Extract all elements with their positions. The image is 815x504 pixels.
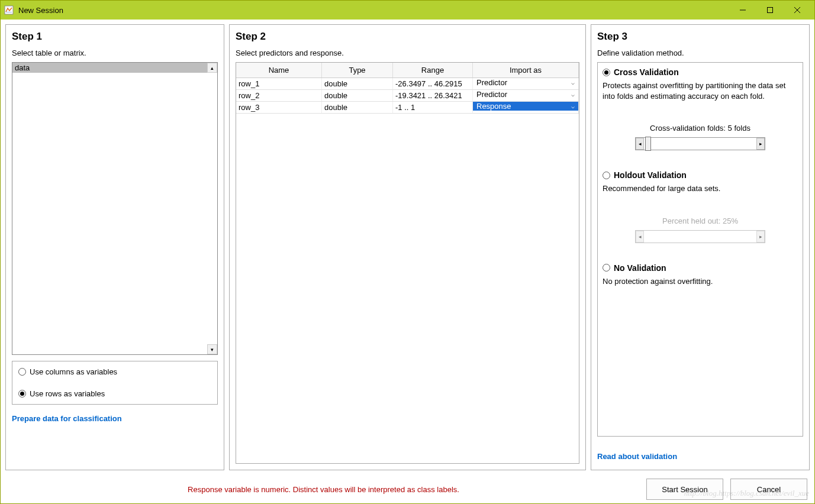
data-listbox[interactable]: data ▴ ▾ bbox=[12, 62, 218, 355]
cell-import[interactable]: Response⌵ bbox=[473, 102, 579, 113]
radio-no-validation[interactable]: No Validation bbox=[603, 263, 798, 273]
table-row[interactable]: row_2double-19.3421 .. 26.3421Predictor⌵ bbox=[236, 90, 579, 102]
holdout-slider: ◂ ▸ bbox=[635, 230, 765, 243]
table-row[interactable]: row_3double-1 .. 1Response⌵ bbox=[236, 102, 579, 114]
cell-type: double bbox=[322, 102, 393, 113]
folds-label: Cross-validation folds: 5 folds bbox=[603, 124, 798, 133]
radio-cross-validation[interactable]: Cross Validation bbox=[603, 67, 798, 77]
import-dropdown[interactable]: Response⌵ bbox=[473, 102, 578, 111]
option-desc: Recommended for large data sets. bbox=[603, 183, 798, 194]
titlebar: New Session bbox=[1, 1, 814, 20]
radio-icon bbox=[603, 264, 610, 272]
step1-panel: Step 1 Select table or matrix. data ▴ ▾ … bbox=[5, 24, 224, 470]
radio-icon bbox=[603, 69, 610, 76]
step1-title: Step 1 bbox=[12, 31, 218, 43]
variables-radiogroup: Use columns as variables Use rows as var… bbox=[12, 361, 218, 405]
start-session-button[interactable]: Start Session bbox=[646, 479, 723, 500]
prepare-data-link[interactable]: Prepare data for classification bbox=[12, 414, 122, 423]
scroll-up-icon[interactable]: ▴ bbox=[207, 63, 217, 73]
option-desc: No protection against overfitting. bbox=[603, 276, 798, 287]
svg-rect-3 bbox=[768, 8, 773, 13]
chevron-down-icon: ⌵ bbox=[571, 103, 575, 109]
cell-range: -26.3497 .. 46.2915 bbox=[393, 78, 473, 89]
minimize-button[interactable] bbox=[729, 1, 756, 20]
radio-icon bbox=[18, 368, 26, 376]
slider-track[interactable] bbox=[644, 138, 756, 150]
cell-name: row_1 bbox=[236, 78, 322, 89]
import-value: Predictor bbox=[476, 90, 507, 99]
list-item[interactable]: data bbox=[12, 63, 217, 73]
holdout-validation-block: Holdout Validation Recommended for large… bbox=[603, 170, 798, 243]
radio-columns[interactable]: Use columns as variables bbox=[18, 367, 211, 376]
slider-thumb[interactable] bbox=[645, 137, 651, 151]
cell-range: -19.3421 .. 26.3421 bbox=[393, 90, 473, 101]
radio-icon bbox=[18, 390, 26, 398]
validation-options: Cross Validation Protects against overfi… bbox=[597, 62, 803, 437]
cell-range: -1 .. 1 bbox=[393, 102, 473, 113]
folds-slider[interactable]: ◂ ▸ bbox=[635, 137, 765, 150]
step2-title: Step 2 bbox=[236, 31, 579, 43]
status-message: Response variable is numeric. Distinct v… bbox=[8, 485, 639, 494]
maximize-button[interactable] bbox=[756, 1, 784, 20]
content: Step 1 Select table or matrix. data ▴ ▾ … bbox=[1, 20, 814, 475]
step2-subtitle: Select predictors and response. bbox=[236, 49, 579, 57]
table-header: Name Type Range Import as bbox=[236, 63, 579, 78]
option-desc: Protects against overfitting by partitio… bbox=[603, 80, 798, 101]
col-range[interactable]: Range bbox=[393, 63, 473, 77]
slider-right-icon: ▸ bbox=[756, 231, 765, 243]
no-validation-block: No Validation No protection against over… bbox=[603, 263, 798, 287]
window-title: New Session bbox=[18, 6, 729, 15]
step3-panel: Step 3 Define validation method. Cross V… bbox=[591, 24, 810, 470]
close-button[interactable] bbox=[784, 1, 811, 20]
cell-name: row_3 bbox=[236, 102, 322, 113]
cross-validation-block: Cross Validation Protects against overfi… bbox=[603, 67, 798, 150]
holdout-label: Percent held out: 25% bbox=[603, 217, 798, 225]
step1-subtitle: Select table or matrix. bbox=[12, 49, 218, 57]
table-row[interactable]: row_1double-26.3497 .. 46.2915Predictor⌵ bbox=[236, 78, 579, 90]
cell-type: double bbox=[322, 90, 393, 101]
cell-type: double bbox=[322, 78, 393, 89]
footer: Response variable is numeric. Distinct v… bbox=[1, 475, 814, 503]
col-import[interactable]: Import as bbox=[473, 63, 579, 77]
radio-label: Use rows as variables bbox=[30, 389, 105, 398]
window: New Session Step 1 Select table or matri… bbox=[0, 0, 815, 504]
cell-name: row_2 bbox=[236, 90, 322, 101]
slider-track bbox=[644, 231, 756, 243]
window-buttons bbox=[729, 1, 811, 20]
step3-subtitle: Define validation method. bbox=[597, 49, 803, 57]
import-value: Predictor bbox=[476, 78, 507, 87]
radio-holdout-validation[interactable]: Holdout Validation bbox=[603, 170, 798, 180]
step3-title: Step 3 bbox=[597, 31, 803, 43]
slider-right-icon[interactable]: ▸ bbox=[756, 138, 765, 150]
option-label: Cross Validation bbox=[614, 67, 679, 77]
read-validation-link[interactable]: Read about validation bbox=[597, 452, 677, 461]
option-label: Holdout Validation bbox=[614, 170, 687, 180]
cell-import[interactable]: Predictor⌵ bbox=[473, 78, 579, 89]
import-dropdown[interactable]: Predictor⌵ bbox=[473, 78, 578, 87]
import-dropdown[interactable]: Predictor⌵ bbox=[473, 90, 578, 99]
option-label: No Validation bbox=[614, 263, 666, 273]
radio-icon bbox=[603, 172, 610, 179]
predictors-table: Name Type Range Import as row_1double-26… bbox=[236, 62, 579, 464]
cancel-button[interactable]: Cancel bbox=[730, 479, 807, 500]
slider-left-icon[interactable]: ◂ bbox=[636, 138, 644, 150]
radio-rows[interactable]: Use rows as variables bbox=[18, 389, 211, 398]
table-body: row_1double-26.3497 .. 46.2915Predictor⌵… bbox=[236, 78, 579, 114]
chevron-down-icon: ⌵ bbox=[571, 91, 575, 98]
app-icon bbox=[4, 5, 14, 15]
step2-panel: Step 2 Select predictors and response. N… bbox=[229, 24, 586, 470]
slider-left-icon: ◂ bbox=[636, 231, 644, 243]
col-type[interactable]: Type bbox=[322, 63, 393, 77]
chevron-down-icon: ⌵ bbox=[571, 79, 575, 86]
import-value: Response bbox=[476, 102, 511, 111]
col-name[interactable]: Name bbox=[236, 63, 322, 77]
cell-import[interactable]: Predictor⌵ bbox=[473, 90, 579, 101]
radio-label: Use columns as variables bbox=[30, 367, 117, 376]
svg-rect-1 bbox=[6, 12, 12, 13]
scroll-down-icon[interactable]: ▾ bbox=[207, 344, 217, 354]
